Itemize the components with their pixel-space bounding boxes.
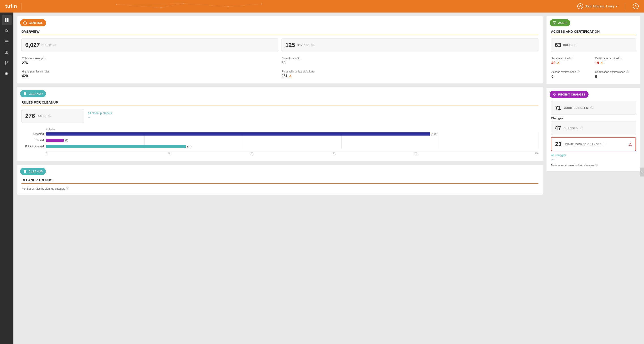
access-soon-label: Access expires soon (552, 70, 576, 74)
unauthorized-info[interactable]: ⓘ (604, 142, 606, 146)
user-menu[interactable]: Good Morning, Henry ▾ (577, 3, 618, 9)
cleanup-trends-panel: CLEANUP CLEANUP TRENDS Number of rules b… (17, 164, 543, 194)
modified-rules-number: 71 (555, 104, 561, 112)
axis-200: 200 (374, 152, 456, 155)
devices-info[interactable]: ⓘ (595, 164, 598, 167)
right-column: AUDIT ACCESS AND CERTIFICATION 63 RULES … (546, 16, 640, 194)
modified-rules-box: 71 MODIFIED RULES ⓘ (551, 101, 636, 115)
svg-line-16 (8, 32, 8, 33)
chart-value-shadowed: (71) (187, 145, 192, 148)
audit-small-stats: Access expired ⓘ 49 ⚠ Certification expi… (551, 55, 636, 80)
recent-changes-header: RECENT CHANGES (550, 91, 588, 98)
chart-xaxis: 0 50 100 150 200 250 (46, 151, 538, 155)
rules-stat-box: 6,027 RULES ⓘ (22, 38, 278, 52)
critical-violations-stat: Rules with critical violations 251 ⚠ (281, 69, 538, 80)
unauthorized-left: 23 UNAUTHORIZED CHANGES ⓘ (555, 141, 606, 148)
access-expired-info[interactable]: ⓘ (570, 56, 573, 60)
axis-50: 50 (128, 152, 210, 155)
general-header-label: GENERAL (28, 21, 43, 24)
sidebar (0, 12, 14, 344)
rules-cleanup-info[interactable]: ⓘ (44, 56, 46, 60)
sidebar-item-settings[interactable] (2, 69, 12, 79)
cleanup-chart: # of rules (22, 126, 538, 157)
audit-header: AUDIT (550, 19, 570, 26)
cert-expired-info[interactable]: ⓘ (620, 56, 622, 60)
modified-rules-info[interactable]: ⓘ (590, 106, 593, 110)
cleanup-rules-stat-box: 276 RULES ⓘ (22, 109, 84, 123)
cert-soon-label: Certification expires soon (595, 70, 625, 74)
changes-section-label: Changes (551, 116, 636, 120)
changes-box: 47 CHANGES ⓘ (551, 121, 636, 135)
svg-point-27 (6, 73, 8, 74)
audit-body: ACCESS AND CERTIFICATION 63 RULES ⓘ Acce… (546, 26, 640, 84)
sidebar-item-grid[interactable] (2, 15, 12, 25)
left-column: i GENERAL OVERVIEW 6,027 RULES ⓘ (17, 16, 543, 194)
cert-expired-label: Certification expired (595, 57, 619, 60)
cleanup-trends-info[interactable]: ⓘ (66, 187, 69, 190)
cert-expired-value: 19 (595, 61, 599, 65)
access-cert-title: ACCESS AND CERTIFICATION (551, 30, 636, 35)
chart-ylabel: # of rules (46, 128, 538, 130)
rules-cleanup-value: 276 (22, 61, 28, 65)
rules-cleanup-label: Rules for cleanup (22, 57, 43, 60)
svg-point-15 (5, 30, 8, 32)
chart-value-unused: (9) (65, 139, 68, 142)
chart-bar-unused-wrap: (9) (46, 139, 538, 142)
sidebar-item-user[interactable] (2, 48, 12, 57)
cleanup-trends-icon (23, 170, 27, 173)
highly-permissive-label: Highly permissive rules (22, 70, 50, 73)
audit-rules-info[interactable]: ⓘ (574, 43, 577, 47)
recent-changes-panel: RECENT CHANGES 71 MODIFIED RULES ⓘ Chang… (546, 88, 640, 171)
svg-rect-13 (5, 20, 6, 22)
cleanup-trends-header: CLEANUP (20, 168, 46, 175)
chart-bar-shadowed-wrap: (71) (46, 145, 538, 148)
devices-unauthorized-label: Devices most unauthorized changes ⓘ (551, 164, 636, 167)
cleanup-trends-subtitle-text: Number of rules by cleanup category (22, 187, 65, 190)
sidebar-item-list[interactable] (2, 37, 12, 46)
devices-stat-box: 125 DEVICES ⓘ (282, 38, 538, 52)
rules-info-icon[interactable]: ⓘ (53, 43, 56, 47)
changes-info[interactable]: ⓘ (580, 126, 582, 130)
greeting-text: Good Morning, Henry (584, 4, 614, 8)
audit-icon (553, 21, 556, 24)
cleanup-trends-subtitle: Number of rules by cleanup category ⓘ (22, 187, 538, 190)
cleanup-trends-title: CLEANUP TRENDS (22, 178, 538, 184)
access-soon-value: 0 (552, 75, 554, 79)
cleanup-rules-info[interactable]: ⓘ (48, 114, 51, 118)
unauthorized-box: 23 UNAUTHORIZED CHANGES ⓘ ⚠ (551, 137, 636, 151)
collapse-sidebar-button[interactable]: › (640, 168, 644, 176)
all-changes-link[interactable]: All changes (551, 154, 636, 157)
all-cleanup-link-text: All cleanup objects (88, 112, 112, 115)
topnav-right: Good Morning, Henry ▾ ? (577, 3, 639, 10)
audit-rules-number: 63 (555, 42, 561, 48)
cert-soon-stat: Certification expires soon ⓘ 0 (594, 69, 636, 80)
svg-rect-11 (5, 18, 6, 20)
help-button[interactable]: ? (633, 3, 639, 9)
chart-label-disabled: Disabled (22, 132, 44, 136)
rules-audit-stat: Rules for audit ⓘ 63 (281, 55, 538, 66)
axis-100: 100 (210, 152, 292, 155)
cert-soon-info[interactable]: ⓘ (626, 70, 629, 74)
cleanup-trends-body: CLEANUP TRENDS Number of rules by cleanu… (17, 175, 543, 194)
rules-audit-info[interactable]: ⓘ (300, 56, 302, 60)
sidebar-item-search[interactable] (2, 26, 12, 36)
sidebar-item-branch[interactable] (2, 58, 12, 68)
chart-value-disabled: (196) (432, 133, 438, 135)
highly-permissive-stat: Highly permissive rules 420 (22, 69, 279, 80)
devices-info-icon[interactable]: ⓘ (311, 43, 314, 47)
access-soon-info[interactable]: ⓘ (577, 70, 580, 74)
access-expired-stat: Access expired ⓘ 49 ⚠ (551, 55, 592, 66)
cleanup-header-label: CLEANUP (28, 92, 43, 96)
nav-divider2 (625, 3, 625, 10)
all-cleanup-link[interactable]: All cleanup objects (88, 112, 112, 115)
main-stats-row: 6,027 RULES ⓘ 125 DEVICES ⓘ (22, 38, 538, 52)
chart-row-shadowed: Fully shadowed (71) (22, 145, 538, 148)
svg-line-8 (228, 4, 262, 7)
all-changes-link-text: All changes (551, 154, 566, 157)
axis-0: 0 (46, 152, 128, 155)
svg-rect-12 (7, 18, 8, 20)
svg-line-5 (116, 4, 161, 8)
svg-rect-14 (7, 20, 8, 22)
chart-bar-unused (46, 139, 64, 142)
rules-cleanup-stat: Rules for cleanup ⓘ 276 (22, 55, 279, 66)
